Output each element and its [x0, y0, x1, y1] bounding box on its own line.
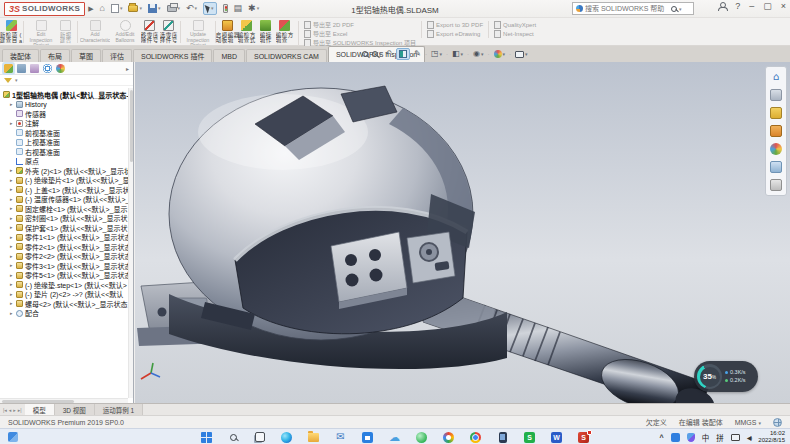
edge-browser-icon[interactable]	[281, 432, 292, 443]
taskbar-clock[interactable]: 16:02 2022/8/15	[758, 430, 785, 444]
tab-assembly[interactable]: 装配体	[2, 49, 39, 62]
configurationmanager-tab[interactable]	[30, 64, 39, 73]
graphics-area[interactable]: ⌂ 35 % 0.3K/s 0.2K/s	[135, 62, 790, 403]
tree-item[interactable]: ▸(-) 绝缘垫片<1> (默认<<默认>_显	[0, 176, 128, 186]
section-view-icon[interactable]	[396, 48, 410, 60]
export-3d-pdf-item[interactable]: Export to 3D PDF	[427, 21, 483, 29]
tree-item[interactable]: ▸固定螺栓<1> (默认<<默认>_显示	[0, 204, 128, 214]
green-app-icon[interactable]	[416, 432, 427, 443]
qualityxpert-item[interactable]: QualityXpert	[494, 21, 536, 29]
search-input[interactable]	[585, 5, 669, 12]
ribbon-update-inspection-project-button[interactable]: Update Inspection Project	[183, 19, 213, 45]
qat-new-icon[interactable]: ▾	[111, 4, 123, 13]
tree-item[interactable]: 传感器	[0, 109, 128, 119]
ribbon-new-inspection-project-button[interactable]: 新建检查项目(amp;N)	[2, 19, 21, 45]
qat-undo-icon[interactable]: ↶▾	[186, 4, 197, 13]
net-inspect-item[interactable]: Net-Inspect	[494, 30, 536, 38]
tab-sketch[interactable]: 草图	[71, 49, 101, 62]
file-explorer-icon[interactable]	[308, 432, 319, 443]
tree-item[interactable]: 上视基准面	[0, 138, 128, 148]
tree-item[interactable]: ▸零件2<1> (默认<<默认>_显示状态	[0, 242, 128, 252]
taskpane-design-library-icon[interactable]	[770, 89, 782, 101]
wps-icon[interactable]: W	[551, 432, 562, 443]
app-s-icon[interactable]: S	[524, 432, 535, 443]
filter-icon[interactable]	[4, 78, 12, 83]
tab-mbd[interactable]: MBD	[213, 49, 245, 62]
tab-motion-study[interactable]: 运动算例 1	[95, 404, 143, 415]
export-2d-pdf-item[interactable]: 导出至 2D PDF	[304, 21, 416, 29]
model-3d-view[interactable]	[135, 62, 790, 403]
tree-item[interactable]: 右视基准面	[0, 147, 128, 157]
tab-solidworks-addins[interactable]: SOLIDWORKS 插件	[133, 49, 212, 62]
tab-3d-views[interactable]: 3D 视图	[55, 404, 95, 415]
tray-shield-icon[interactable]	[687, 433, 695, 442]
tree-item[interactable]: ▸(-) 温度传感器<1> (默认<<默认>_	[0, 195, 128, 205]
ribbon-new-report-button[interactable]: 新建报告	[56, 19, 75, 45]
tree-item[interactable]: ▸密封圈<1> (默认<<默认>_显示状	[0, 214, 128, 224]
search-dropdown-caret[interactable]: ▾	[679, 6, 682, 12]
taskpane-file-explorer-icon[interactable]	[770, 107, 782, 119]
featuremanager-tree-tab[interactable]	[4, 64, 13, 73]
globe-icon[interactable]	[773, 418, 782, 427]
tab-model[interactable]: 模型	[25, 404, 55, 415]
help-button[interactable]: ?	[735, 2, 740, 11]
tree-item[interactable]: 前视基准面	[0, 128, 128, 138]
menu-flyout-arrow[interactable]: ▶	[88, 5, 93, 13]
tree-item[interactable]: ▸保护套<1> (默认<<默认>_显示状	[0, 223, 128, 233]
minimize-button[interactable]: –	[749, 2, 754, 11]
tray-display-icon[interactable]	[731, 434, 740, 441]
qat-options-icon[interactable]: ✱▾	[248, 4, 259, 13]
qat-print-icon[interactable]: ▾	[167, 5, 181, 12]
ribbon-remove-balloons-button[interactable]: 移除零件序号	[140, 19, 159, 45]
cloud-app-icon[interactable]: ☁	[389, 432, 400, 443]
widgets-icon[interactable]	[8, 432, 18, 442]
tree-item[interactable]: ▸History	[0, 100, 128, 110]
tree-item-mates[interactable]: ▸配合	[0, 309, 128, 319]
ribbon-launch-template-editor-button[interactable]: 启动模板编辑器	[218, 19, 237, 45]
dynamic-annotation-icon[interactable]: ✎	[414, 50, 421, 58]
help-search-box[interactable]: ▾	[572, 2, 694, 15]
tree-item[interactable]: ▸(-) 上盖<1> (默认<<默认>_显示状	[0, 185, 128, 195]
microsoft-store-icon[interactable]	[362, 432, 373, 443]
qat-save-icon[interactable]: ▾	[148, 4, 161, 13]
task-view-icon[interactable]	[255, 432, 265, 442]
ime-layout-indicator[interactable]: 拼	[716, 432, 724, 443]
tree-vertical-scrollbar[interactable]	[128, 88, 133, 398]
ribbon-select-balloons-button[interactable]: 选择零件序号	[159, 19, 178, 45]
view-settings-icon[interactable]: ▾	[515, 51, 528, 58]
restore-button[interactable]: ▢	[763, 2, 772, 11]
taskpane-home-icon[interactable]: ⌂	[770, 71, 782, 83]
tree-item[interactable]: ▸注解	[0, 119, 128, 129]
tray-overflow-icon[interactable]: ^	[660, 434, 664, 441]
export-excel-item[interactable]: 导出至 Excel	[304, 30, 416, 38]
ribbon-edit-inspection-project-button[interactable]: Edit Inspection Project	[26, 19, 56, 45]
tree-item[interactable]: ▸(-) 垫片 (2)<2> ->? (默认<<默认	[0, 290, 128, 300]
taskpane-view-palette-icon[interactable]	[770, 125, 782, 137]
phone-link-icon[interactable]	[497, 432, 508, 443]
tray-app-icon[interactable]	[671, 433, 680, 442]
solidworks-taskbar-icon[interactable]: S	[578, 432, 589, 443]
taskpane-forum-icon[interactable]	[770, 179, 782, 191]
mail-icon[interactable]: ✉	[335, 432, 346, 443]
dimxpertmanager-tab[interactable]	[43, 64, 52, 73]
ribbon-edit-method-button[interactable]: 编辑检查方	[275, 19, 294, 45]
doc-tab-nav-arrows[interactable]: |◂◂▸▸|	[0, 404, 25, 415]
volume-icon[interactable]: ◀)	[747, 434, 752, 441]
taskpane-custom-properties-icon[interactable]	[770, 161, 782, 173]
tree-item[interactable]: ▸零件1<1> (默认<<默认>_显示状态	[0, 233, 128, 243]
units-selector[interactable]: MMGS▾	[735, 419, 761, 426]
tab-solidworks-cam[interactable]: SOLIDWORKS CAM	[246, 49, 327, 62]
search-icon[interactable]	[671, 6, 677, 12]
display-style-icon[interactable]: ◧▾	[452, 50, 463, 58]
ribbon-edit-operation-button[interactable]: 编辑操作	[256, 19, 275, 45]
propertymanager-tab[interactable]	[17, 64, 26, 73]
export-edrawing-item[interactable]: Export eDrawing	[427, 30, 483, 38]
zoom-to-area-icon[interactable]: ▾	[372, 51, 382, 57]
login-icon[interactable]	[717, 2, 726, 11]
zoom-to-fit-icon[interactable]	[362, 51, 368, 57]
qat-welcome-icon[interactable]: ⌂	[100, 4, 105, 13]
browser-360-icon[interactable]	[443, 432, 454, 443]
tree-item[interactable]: ▸零件2<2> (默认<<默认>_显示状态	[0, 252, 128, 262]
tree-root[interactable]: 1型铝轴热电偶 (默认<默认_显示状态-1>	[0, 90, 128, 100]
net-speed-widget[interactable]: 35 % 0.3K/s 0.2K/s	[694, 361, 758, 392]
